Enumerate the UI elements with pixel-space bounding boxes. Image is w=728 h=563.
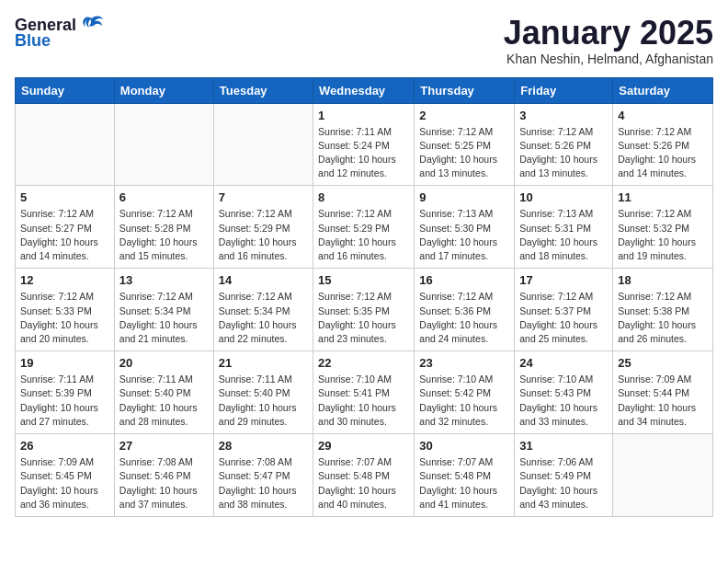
calendar-week-row: 1Sunrise: 7:11 AM Sunset: 5:24 PM Daylig… xyxy=(16,103,713,186)
calendar-cell: 26Sunrise: 7:09 AM Sunset: 5:45 PM Dayli… xyxy=(16,434,115,517)
day-info: Sunrise: 7:09 AM Sunset: 5:44 PM Dayligh… xyxy=(618,373,708,429)
day-info: Sunrise: 7:07 AM Sunset: 5:48 PM Dayligh… xyxy=(419,455,509,511)
day-info: Sunrise: 7:12 AM Sunset: 5:33 PM Dayligh… xyxy=(20,290,109,346)
day-number: 15 xyxy=(318,273,409,287)
calendar-cell: 14Sunrise: 7:12 AM Sunset: 5:34 PM Dayli… xyxy=(213,269,313,351)
calendar-cell: 17Sunrise: 7:12 AM Sunset: 5:37 PM Dayli… xyxy=(515,269,613,351)
calendar-cell: 25Sunrise: 7:09 AM Sunset: 5:44 PM Dayli… xyxy=(613,351,713,434)
col-header-tuesday: Tuesday xyxy=(213,77,313,103)
day-number: 12 xyxy=(20,273,109,287)
calendar-cell: 13Sunrise: 7:12 AM Sunset: 5:34 PM Dayli… xyxy=(114,269,213,351)
day-number: 29 xyxy=(318,439,409,453)
calendar-cell: 6Sunrise: 7:12 AM Sunset: 5:28 PM Daylig… xyxy=(114,186,213,269)
calendar-cell: 19Sunrise: 7:11 AM Sunset: 5:39 PM Dayli… xyxy=(16,351,115,434)
day-info: Sunrise: 7:11 AM Sunset: 5:24 PM Dayligh… xyxy=(318,125,409,181)
logo: General Blue xyxy=(15,15,104,51)
calendar-cell: 2Sunrise: 7:12 AM Sunset: 5:25 PM Daylig… xyxy=(415,103,515,186)
day-info: Sunrise: 7:12 AM Sunset: 5:26 PM Dayligh… xyxy=(618,125,708,181)
day-number: 3 xyxy=(519,109,608,122)
col-header-wednesday: Wednesday xyxy=(313,77,415,103)
calendar-cell: 28Sunrise: 7:08 AM Sunset: 5:47 PM Dayli… xyxy=(213,434,313,517)
col-header-monday: Monday xyxy=(114,77,213,103)
col-header-thursday: Thursday xyxy=(415,77,515,103)
calendar-cell xyxy=(16,103,115,186)
day-info: Sunrise: 7:12 AM Sunset: 5:27 PM Dayligh… xyxy=(20,207,109,263)
day-number: 26 xyxy=(20,439,109,453)
day-number: 22 xyxy=(318,356,409,370)
day-number: 13 xyxy=(119,273,209,287)
day-number: 11 xyxy=(618,190,708,204)
day-number: 5 xyxy=(20,190,109,204)
day-number: 9 xyxy=(419,190,509,204)
calendar-cell xyxy=(213,103,313,186)
calendar-cell: 4Sunrise: 7:12 AM Sunset: 5:26 PM Daylig… xyxy=(613,103,713,186)
day-info: Sunrise: 7:13 AM Sunset: 5:30 PM Dayligh… xyxy=(419,207,509,263)
day-info: Sunrise: 7:12 AM Sunset: 5:28 PM Dayligh… xyxy=(119,207,209,263)
calendar-table: SundayMondayTuesdayWednesdayThursdayFrid… xyxy=(15,77,713,517)
day-number: 30 xyxy=(419,439,509,453)
calendar-cell: 31Sunrise: 7:06 AM Sunset: 5:49 PM Dayli… xyxy=(515,434,613,517)
calendar-week-row: 12Sunrise: 7:12 AM Sunset: 5:33 PM Dayli… xyxy=(16,269,713,351)
day-number: 31 xyxy=(519,439,608,453)
calendar-week-row: 26Sunrise: 7:09 AM Sunset: 5:45 PM Dayli… xyxy=(16,434,713,517)
day-info: Sunrise: 7:11 AM Sunset: 5:39 PM Dayligh… xyxy=(20,373,109,429)
calendar-cell: 24Sunrise: 7:10 AM Sunset: 5:43 PM Dayli… xyxy=(515,351,613,434)
col-header-sunday: Sunday xyxy=(16,77,115,103)
calendar-cell: 21Sunrise: 7:11 AM Sunset: 5:40 PM Dayli… xyxy=(213,351,313,434)
day-info: Sunrise: 7:08 AM Sunset: 5:46 PM Dayligh… xyxy=(119,455,209,511)
day-number: 18 xyxy=(618,273,708,287)
col-header-friday: Friday xyxy=(515,77,613,103)
day-info: Sunrise: 7:11 AM Sunset: 5:40 PM Dayligh… xyxy=(219,373,308,429)
calendar-cell: 5Sunrise: 7:12 AM Sunset: 5:27 PM Daylig… xyxy=(16,186,115,269)
day-number: 21 xyxy=(219,356,308,370)
day-number: 23 xyxy=(419,356,509,370)
day-number: 27 xyxy=(119,439,209,453)
calendar-cell: 23Sunrise: 7:10 AM Sunset: 5:42 PM Dayli… xyxy=(415,351,515,434)
day-info: Sunrise: 7:12 AM Sunset: 5:36 PM Dayligh… xyxy=(419,290,509,346)
page-header: General Blue January 2025 Khan Neshin, H… xyxy=(15,15,713,66)
day-number: 7 xyxy=(219,190,308,204)
title-block: January 2025 Khan Neshin, Helmand, Afgha… xyxy=(504,15,713,66)
calendar-week-row: 5Sunrise: 7:12 AM Sunset: 5:27 PM Daylig… xyxy=(16,186,713,269)
day-info: Sunrise: 7:10 AM Sunset: 5:42 PM Dayligh… xyxy=(419,373,509,429)
day-info: Sunrise: 7:09 AM Sunset: 5:45 PM Dayligh… xyxy=(20,455,109,511)
calendar-cell xyxy=(114,103,213,186)
month-title: January 2025 xyxy=(504,15,713,52)
calendar-cell: 16Sunrise: 7:12 AM Sunset: 5:36 PM Dayli… xyxy=(415,269,515,351)
calendar-cell: 27Sunrise: 7:08 AM Sunset: 5:46 PM Dayli… xyxy=(114,434,213,517)
calendar-cell: 22Sunrise: 7:10 AM Sunset: 5:41 PM Dayli… xyxy=(313,351,415,434)
logo-bird-icon xyxy=(80,15,104,35)
logo-blue-text: Blue xyxy=(15,31,51,51)
calendar-cell: 9Sunrise: 7:13 AM Sunset: 5:30 PM Daylig… xyxy=(415,186,515,269)
day-info: Sunrise: 7:12 AM Sunset: 5:25 PM Dayligh… xyxy=(419,125,509,181)
calendar-cell: 15Sunrise: 7:12 AM Sunset: 5:35 PM Dayli… xyxy=(313,269,415,351)
day-number: 24 xyxy=(519,356,608,370)
calendar-cell: 18Sunrise: 7:12 AM Sunset: 5:38 PM Dayli… xyxy=(613,269,713,351)
day-info: Sunrise: 7:13 AM Sunset: 5:31 PM Dayligh… xyxy=(519,207,608,263)
calendar-cell: 10Sunrise: 7:13 AM Sunset: 5:31 PM Dayli… xyxy=(515,186,613,269)
day-info: Sunrise: 7:12 AM Sunset: 5:38 PM Dayligh… xyxy=(618,290,708,346)
day-number: 6 xyxy=(119,190,209,204)
day-info: Sunrise: 7:11 AM Sunset: 5:40 PM Dayligh… xyxy=(119,373,209,429)
calendar-cell xyxy=(613,434,713,517)
calendar-cell: 29Sunrise: 7:07 AM Sunset: 5:48 PM Dayli… xyxy=(313,434,415,517)
day-info: Sunrise: 7:12 AM Sunset: 5:34 PM Dayligh… xyxy=(119,290,209,346)
day-number: 8 xyxy=(318,190,409,204)
day-info: Sunrise: 7:12 AM Sunset: 5:29 PM Dayligh… xyxy=(318,207,409,263)
day-number: 25 xyxy=(618,356,708,370)
day-number: 4 xyxy=(618,109,708,122)
day-info: Sunrise: 7:12 AM Sunset: 5:32 PM Dayligh… xyxy=(618,207,708,263)
day-info: Sunrise: 7:10 AM Sunset: 5:43 PM Dayligh… xyxy=(519,373,608,429)
day-info: Sunrise: 7:12 AM Sunset: 5:37 PM Dayligh… xyxy=(519,290,608,346)
day-info: Sunrise: 7:06 AM Sunset: 5:49 PM Dayligh… xyxy=(519,455,608,511)
calendar-cell: 3Sunrise: 7:12 AM Sunset: 5:26 PM Daylig… xyxy=(515,103,613,186)
day-number: 17 xyxy=(519,273,608,287)
day-number: 20 xyxy=(119,356,209,370)
calendar-cell: 20Sunrise: 7:11 AM Sunset: 5:40 PM Dayli… xyxy=(114,351,213,434)
calendar-cell: 8Sunrise: 7:12 AM Sunset: 5:29 PM Daylig… xyxy=(313,186,415,269)
day-number: 1 xyxy=(318,109,409,122)
day-info: Sunrise: 7:08 AM Sunset: 5:47 PM Dayligh… xyxy=(219,455,308,511)
day-number: 19 xyxy=(20,356,109,370)
day-number: 10 xyxy=(519,190,608,204)
calendar-week-row: 19Sunrise: 7:11 AM Sunset: 5:39 PM Dayli… xyxy=(16,351,713,434)
